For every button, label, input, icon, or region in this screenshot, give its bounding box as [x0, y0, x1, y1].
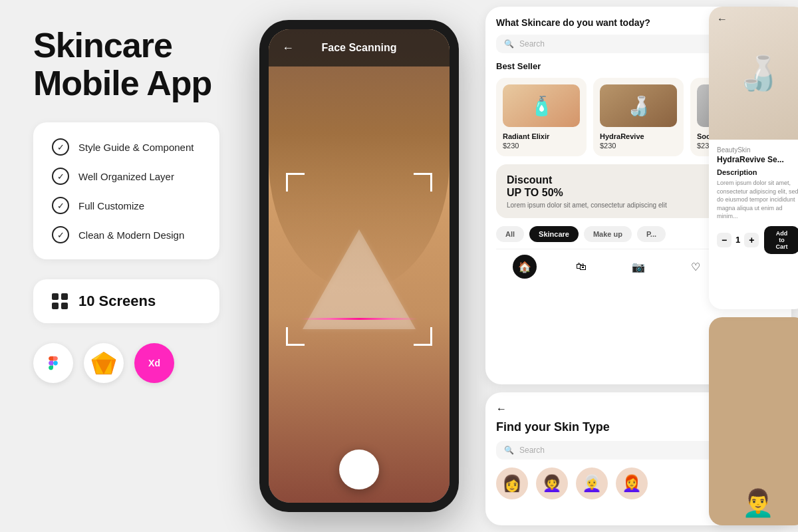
product-image-2: 🍶 [600, 84, 677, 127]
skin-search-icon: 🔍 [504, 446, 514, 455]
detail-content: BeautySkin HydraRevive Se... Description… [709, 140, 798, 261]
check-icon-4: ✓ [52, 226, 69, 243]
detail-product-image: ← 🍶 [709, 7, 798, 140]
screens-card: 10 Screens [33, 279, 219, 323]
quantity-value: 1 [735, 235, 740, 245]
avatar-3[interactable]: 👩‍🦳 [576, 467, 608, 499]
svg-marker-6 [112, 360, 116, 374]
discount-text: Discount UP TO 50% Lorem ipsum dolor sit… [507, 174, 667, 209]
product-card-2[interactable]: 🍶 HydraRevive $230 [593, 78, 684, 156]
scan-line [301, 318, 418, 320]
phone-frame: ← Face Scanning [259, 20, 459, 512]
discount-pct: UP TO 50% [507, 186, 667, 199]
detail-description: Lorem ipsum dolor sit amet, consectetur … [717, 179, 798, 221]
cat-makeup[interactable]: Make up [584, 226, 632, 242]
phone-back-arrow[interactable]: ← [282, 41, 294, 55]
title-line1: Skincare [33, 26, 172, 65]
cat-all[interactable]: All [496, 226, 524, 242]
scan-box [286, 173, 432, 346]
nav-shop[interactable]: 🛍 [569, 255, 593, 279]
feature-text-4: Clean & Modern Design [78, 229, 184, 241]
capture-button[interactable] [339, 450, 379, 489]
detail-product-name: HydraRevive Se... [717, 155, 798, 164]
product-image-1: 🧴 [503, 84, 580, 127]
avatar-1[interactable]: 👩 [496, 467, 528, 499]
quantity-plus-button[interactable]: + [744, 233, 759, 247]
tool-icons: Xd [33, 343, 219, 383]
detail-back-arrow[interactable]: ← [717, 13, 728, 25]
skin-back-arrow[interactable]: ← [496, 403, 507, 415]
feature-item-1: ✓ Style Guide & Component [52, 138, 201, 156]
corner-br [414, 327, 432, 346]
feature-item-4: ✓ Clean & Modern Design [52, 226, 201, 243]
product-price-2: $230 [600, 142, 677, 150]
feature-text-3: Full Customize [78, 200, 144, 211]
feature-item-3: ✓ Full Customize [52, 197, 201, 214]
app-title: Skincare Mobile App [33, 27, 219, 102]
center-phone: ← Face Scanning [259, 20, 459, 512]
features-card: ✓ Style Guide & Component ✓ Well Organiz… [33, 122, 219, 259]
nav-wishlist[interactable]: ♡ [684, 255, 708, 279]
bottom-screen: 👨‍🦱 [709, 317, 798, 525]
nav-home[interactable]: 🏠 [513, 255, 537, 279]
detail-actions: − 1 + Add to Cart [717, 226, 798, 254]
best-seller-title: Best Seller [496, 61, 541, 71]
avatar-4[interactable]: 👩‍🦰 [616, 467, 648, 499]
product-name-2: HydraRevive [600, 132, 677, 140]
far-right-panel: ← 🍶 BeautySkin HydraRevive Se... Descrip… [705, 0, 798, 532]
cat-skincare[interactable]: Skincare [529, 226, 579, 242]
bottom-face-icon: 👨‍🦱 [741, 487, 775, 519]
nav-scan[interactable]: 📷 [626, 255, 650, 279]
phone-inner: ← Face Scanning [269, 29, 450, 503]
phone-header: ← Face Scanning [269, 29, 450, 66]
product-price-1: $230 [503, 142, 580, 150]
quantity-control: − 1 + [717, 233, 759, 247]
detail-bottle-icon: 🍶 [737, 54, 779, 92]
product-card-1[interactable]: 🧴 Radiant Elixir $230 [496, 78, 587, 156]
add-to-cart-button[interactable]: Add to Cart [764, 226, 798, 254]
check-icon-2: ✓ [52, 168, 69, 185]
detail-desc-title: Description [717, 168, 798, 176]
left-panel: Skincare Mobile App ✓ Style Guide & Comp… [0, 0, 253, 532]
search-icon: 🔍 [504, 39, 514, 49]
detail-brand: BeautySkin [717, 146, 798, 154]
detail-screen: ← 🍶 BeautySkin HydraRevive Se... Descrip… [709, 7, 798, 309]
check-icon-1: ✓ [52, 138, 69, 156]
discount-big: Discount [507, 174, 667, 186]
feature-item-2: ✓ Well Organized Layer [52, 168, 201, 185]
triangle-scan [303, 229, 416, 329]
figma-icon [33, 343, 73, 383]
product-name-1: Radiant Elixir [503, 132, 580, 140]
cat-other[interactable]: P... [637, 226, 666, 242]
grid-icon [52, 293, 68, 309]
quantity-minus-button[interactable]: − [717, 233, 732, 247]
avatar-2[interactable]: 👩‍🦱 [536, 467, 568, 499]
corner-tl [286, 173, 305, 192]
scan-overlay [269, 69, 450, 450]
corner-tr [414, 173, 432, 192]
check-icon-3: ✓ [52, 197, 69, 214]
bottle-icon-1: 🧴 [530, 95, 553, 117]
svg-marker-5 [92, 360, 96, 374]
bottle-icon-2: 🍶 [627, 95, 650, 117]
phone-screen-title: Face Scanning [322, 42, 397, 54]
discount-desc: Lorem ipsum dolor sit amet, consectetur … [507, 201, 667, 209]
sketch-icon [84, 343, 124, 383]
title-line2: Mobile App [33, 64, 211, 102]
feature-text-2: Well Organized Layer [78, 171, 174, 182]
screens-count: 10 Screens [78, 293, 156, 310]
feature-text-1: Style Guide & Component [78, 142, 194, 153]
xd-icon: Xd [134, 343, 174, 383]
corner-bl [286, 327, 305, 346]
